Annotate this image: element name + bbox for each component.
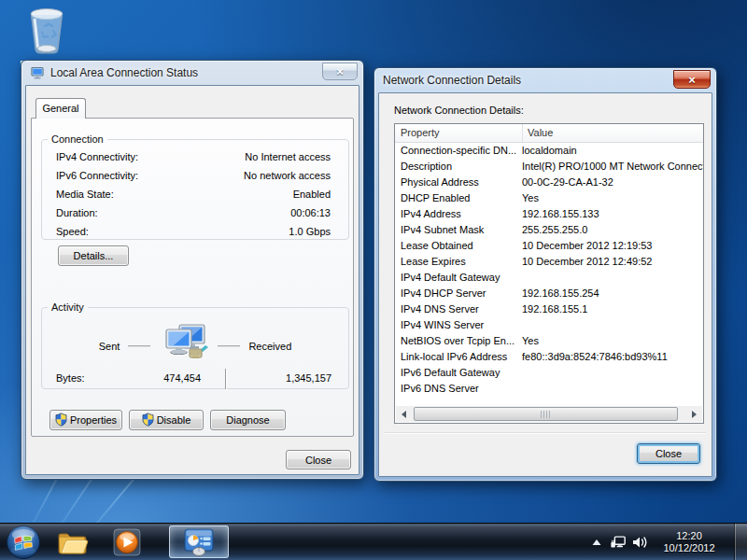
connection-detail-value: 1.0 Gbps	[289, 226, 331, 237]
start-button[interactable]	[5, 525, 42, 560]
connection-detail-row: Media State: Enabled	[42, 185, 348, 203]
listview-row[interactable]: Lease Obtained 10 December 2012 12:19:53	[395, 238, 703, 254]
disable-button[interactable]: Disable	[129, 410, 204, 430]
listview-row[interactable]: Connection-specific DN... localdomain	[395, 143, 703, 159]
listview-row[interactable]: IPv4 WINS Server	[395, 317, 703, 333]
disable-button-label: Disable	[157, 414, 191, 426]
connection-detail-label: Duration:	[56, 207, 98, 218]
value-cell: Yes	[517, 333, 703, 349]
connection-detail-label: IPv6 Connectivity:	[56, 170, 138, 181]
connection-detail-row: IPv4 Connectivity: No Internet access	[42, 147, 348, 166]
value-cell: 192.168.155.133	[517, 206, 703, 222]
bytes-row: Bytes: 474,454 1,345,157	[42, 372, 348, 387]
listview-row[interactable]: Link-local IPv6 Address fe80::3d9a:8524:…	[395, 349, 703, 365]
value-cell: 255.255.255.0	[517, 222, 703, 238]
value-cell: 192.168.155.254	[517, 286, 703, 301]
tab-general[interactable]: General	[35, 98, 86, 119]
window-title: Local Area Connection Status	[50, 66, 198, 79]
value-cell: 10 December 2012 12:49:52	[517, 254, 703, 270]
listview-row[interactable]: Lease Expires 10 December 2012 12:49:52	[395, 254, 703, 270]
property-cell: IPv4 DHCP Server	[395, 286, 517, 301]
titlebar[interactable]: Local Area Connection Status	[21, 61, 363, 85]
value-cell	[517, 381, 703, 397]
network-connections-active-task[interactable]	[169, 525, 229, 558]
close-window-button[interactable]: ×	[322, 63, 358, 80]
listview-row[interactable]: DHCP Enabled Yes	[395, 190, 703, 206]
activity-groupbox: Activity Sent	[41, 301, 349, 389]
received-label: Received	[248, 341, 291, 352]
tab-page-general: Connection IPv4 Connectivity: No Interne…	[31, 118, 354, 437]
properties-button[interactable]: Properties	[49, 410, 122, 430]
connection-detail-value: No Internet access	[245, 151, 331, 162]
property-cell: Link-local IPv6 Address	[395, 349, 517, 365]
listview-row[interactable]: IPv4 Default Gateway	[395, 270, 703, 286]
value-cell: 00-0C-29-CA-A1-32	[517, 175, 703, 190]
activity-group-label: Activity	[48, 301, 88, 313]
connection-detail-value: Enabled	[293, 189, 331, 200]
listview-row[interactable]: IPv4 DNS Server 192.168.155.1	[395, 301, 703, 317]
taskbar: 12:20 10/12/2012	[0, 523, 747, 560]
close-window-button[interactable]: ×	[673, 70, 711, 89]
listview-body: Connection-specific DN... localdomain De…	[395, 143, 703, 397]
close-dialog-button[interactable]: Close	[286, 450, 351, 469]
show-desktop-button[interactable]	[734, 524, 747, 560]
scroll-left-arrow[interactable]	[396, 406, 412, 422]
show-hidden-icons-button[interactable]	[588, 531, 605, 553]
connection-detail-row: Speed: 1.0 Gbps	[42, 222, 348, 241]
column-header-property[interactable]: Property	[395, 124, 523, 142]
bytes-label: Bytes:	[56, 372, 85, 384]
property-cell: DHCP Enabled	[395, 190, 517, 206]
connection-rows: IPv4 Connectivity: No Internet access IP…	[42, 147, 348, 241]
value-cell: Intel(R) PRO/1000 MT Network Connecti	[517, 159, 703, 175]
dialog-client-area: Network Connection Details: Property Val…	[378, 92, 712, 477]
clock-date: 10/12/2012	[655, 542, 723, 554]
details-button[interactable]: Details...	[58, 245, 129, 266]
property-cell: Lease Obtained	[395, 238, 517, 254]
value-cell: 192.168.155.1	[517, 301, 703, 317]
windows-explorer-taskbar-icon[interactable]	[53, 525, 92, 560]
network-details-listview[interactable]: Property Value Connection-specific DN...…	[394, 123, 704, 424]
listview-row[interactable]: NetBIOS over Tcpip En... Yes	[395, 333, 703, 349]
value-cell: Yes	[517, 190, 703, 206]
button-separator-line	[385, 432, 706, 434]
property-cell: Connection-specific DN...	[395, 143, 517, 159]
properties-button-label: Properties	[70, 414, 117, 426]
windows-media-player-taskbar-icon[interactable]	[107, 525, 147, 560]
connection-status-window-icon	[30, 65, 45, 80]
diagnose-button[interactable]: Diagnose	[210, 410, 286, 430]
listview-row[interactable]: IPv4 Subnet Mask 255.255.255.0	[395, 222, 703, 238]
scroll-right-arrow[interactable]	[686, 406, 702, 422]
taskbar-clock[interactable]: 12:20 10/12/2012	[655, 530, 723, 554]
listview-row[interactable]: IPv6 Default Gateway	[395, 365, 703, 381]
property-cell: Lease Expires	[395, 254, 517, 270]
system-tray: 12:20 10/12/2012	[588, 524, 747, 560]
listview-row[interactable]: Physical Address 00-0C-29-CA-A1-32	[395, 175, 703, 190]
connection-detail-value: 00:06:13	[290, 207, 331, 218]
listview-row[interactable]: Description Intel(R) PRO/1000 MT Network…	[395, 159, 703, 175]
sent-dash	[128, 345, 150, 347]
value-cell	[517, 317, 703, 333]
property-cell: IPv6 DNS Server	[395, 381, 517, 397]
volume-tray-icon[interactable]	[631, 531, 648, 553]
listview-row[interactable]: IPv4 DHCP Server 192.168.155.254	[395, 286, 703, 301]
value-cell: fe80::3d9a:8524:7846:bd93%11	[517, 349, 703, 365]
titlebar[interactable]: Network Connection Details	[374, 68, 716, 92]
horizontal-scrollbar[interactable]	[396, 406, 702, 422]
listview-row[interactable]: IPv4 Address 192.168.155.133	[395, 206, 703, 222]
listview-row[interactable]: IPv6 DNS Server	[395, 381, 703, 397]
value-cell: 10 December 2012 12:19:53	[517, 238, 703, 254]
value-cell	[517, 365, 703, 381]
property-cell: Physical Address	[395, 175, 517, 190]
network-status-tray-icon[interactable]	[610, 531, 627, 553]
close-details-button[interactable]: Close	[637, 443, 700, 464]
property-cell: IPv4 Default Gateway	[395, 270, 517, 286]
uac-shield-icon	[55, 413, 67, 428]
dialog-client-area: General Connection IPv4 Connectivity: No…	[25, 85, 359, 475]
property-cell: Description	[395, 159, 517, 175]
recycle-bin-icon	[22, 47, 71, 58]
scrollbar-thumb[interactable]	[414, 407, 678, 421]
connection-detail-label: IPv4 Connectivity:	[56, 151, 138, 162]
bytes-divider	[225, 369, 226, 389]
window-title: Network Connection Details	[383, 74, 521, 87]
column-header-value[interactable]: Value	[523, 124, 703, 142]
